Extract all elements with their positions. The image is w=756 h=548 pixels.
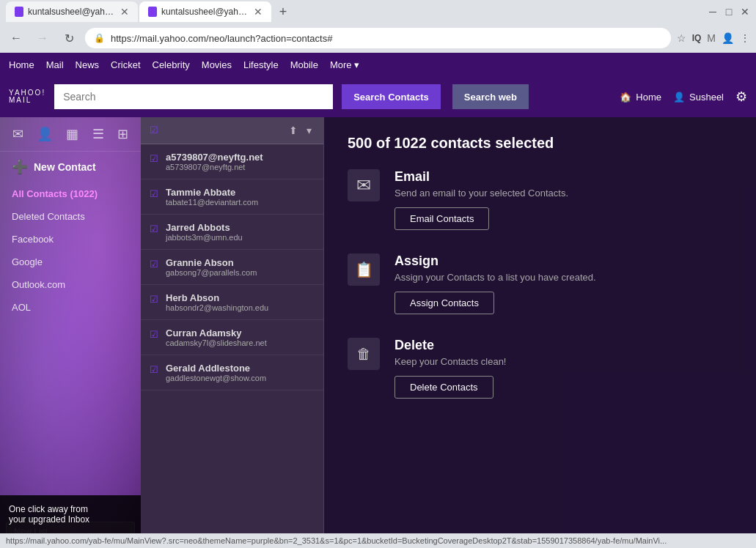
sidebar-item-google[interactable]: Google xyxy=(0,251,141,273)
upgrade-line2: your upgraded Inbox xyxy=(9,514,132,525)
contact-email: a5739807@neyftg.net xyxy=(166,163,315,171)
nav-cricket[interactable]: Cricket xyxy=(111,59,140,70)
contact-item[interactable]: ☑ a5739807@neyftg.net a5739807@neyftg.ne… xyxy=(141,144,323,179)
contact-name: Grannie Abson xyxy=(166,257,315,268)
search-input[interactable] xyxy=(63,91,324,103)
contact-list: ☑ ⬆ ▾ ☑ a5739807@neyftg.net a5739807@ney… xyxy=(141,117,324,548)
assign-contacts-button[interactable]: Assign Contacts xyxy=(394,292,494,314)
action-panel: 500 of 1022 contacts selected ✉ Email Se… xyxy=(324,117,756,548)
email-action-desc: Send an email to your selected Contacts. xyxy=(394,188,733,199)
contact-checkbox[interactable]: ☑ xyxy=(150,223,158,234)
contact-name: Jarred Abbots xyxy=(166,222,315,233)
user-icon: 👤 xyxy=(673,92,685,103)
tab-1-close[interactable]: ✕ xyxy=(120,6,129,18)
browser-chrome: kuntalsusheel@yahoo.com - Yah... ✕ kunta… xyxy=(0,0,756,53)
contact-checkbox[interactable]: ☑ xyxy=(150,259,158,270)
contact-email: cadamsky7l@slideshare.net xyxy=(166,338,315,347)
sidebar-calendar-icon[interactable]: ▦ xyxy=(63,123,81,145)
window-controls: ─ □ ✕ xyxy=(708,7,750,17)
contact-checkbox[interactable]: ☑ xyxy=(150,294,158,305)
nav-mail[interactable]: Mail xyxy=(46,59,64,70)
email-section: ✉ Email Send an email to your selected C… xyxy=(348,169,733,230)
delete-action-title: Delete xyxy=(394,338,733,353)
contact-item[interactable]: ☑ Grannie Abson gabsong7@parallels.com xyxy=(141,250,323,285)
contact-name: Herb Abson xyxy=(166,292,315,303)
back-button[interactable]: ← xyxy=(6,28,26,48)
contact-checkbox[interactable]: ☑ xyxy=(150,329,158,340)
tab-2-title: kuntalsusheel@yahoo.com - Yah... xyxy=(161,7,249,17)
sort-button[interactable]: ⬆ xyxy=(286,123,301,138)
contact-item[interactable]: ☑ Curran Adamsky cadamsky7l@slideshare.n… xyxy=(141,320,323,355)
profile-button[interactable]: 👤 xyxy=(722,32,734,44)
contact-checkbox[interactable]: ☑ xyxy=(150,188,158,199)
sidebar-apps-icon[interactable]: ⊞ xyxy=(114,123,131,145)
select-all-checkbox[interactable]: ☑ xyxy=(150,125,161,136)
tab-2[interactable]: kuntalsusheel@yahoo.com - Yah... ✕ xyxy=(139,1,271,22)
mail-check-button[interactable]: M xyxy=(707,32,716,44)
user-label: Susheel xyxy=(689,92,724,103)
address-actions: ☆ IQ M 👤 ⋮ xyxy=(677,32,750,44)
contact-checkbox[interactable]: ☑ xyxy=(150,153,158,164)
sidebar-item-aol[interactable]: AOL xyxy=(0,296,141,319)
search-contacts-button[interactable]: Search Contacts xyxy=(342,84,441,109)
new-contact-button[interactable]: ➕ New Contact xyxy=(0,152,141,182)
menu-button[interactable]: ⋮ xyxy=(740,32,750,44)
tab-1[interactable]: kuntalsusheel@yahoo.com - Yah... ✕ xyxy=(6,1,138,22)
search-web-button[interactable]: Search web xyxy=(452,84,529,109)
sidebar-item-outlook[interactable]: Outlook.com xyxy=(0,273,141,296)
contact-item[interactable]: ☑ Tammie Abbate tabate11@deviantart.com xyxy=(141,179,323,215)
contact-email: gabsong7@parallels.com xyxy=(166,268,315,277)
close-window-button[interactable]: ✕ xyxy=(740,7,750,17)
sidebar-item-all-contacts[interactable]: All Contacts (1022) xyxy=(0,182,141,205)
contact-item[interactable]: ☑ Herb Abson habsondr2@washington.edu xyxy=(141,285,323,320)
nav-movies[interactable]: Movies xyxy=(202,59,232,70)
sidebar-nav: All Contacts (1022) Deleted Contacts Fac… xyxy=(0,182,141,516)
reload-button[interactable]: ↻ xyxy=(59,28,79,48)
lock-icon: 🔒 xyxy=(94,33,105,43)
tab-1-title: kuntalsusheel@yahoo.com - Yah... xyxy=(28,7,116,17)
sidebar-item-deleted-contacts[interactable]: Deleted Contacts xyxy=(0,205,141,228)
contact-name: Gerald Addlestone xyxy=(166,363,315,374)
nav-celebrity[interactable]: Celebrity xyxy=(153,59,190,70)
forward-button[interactable]: → xyxy=(32,28,53,48)
minimize-button[interactable]: ─ xyxy=(708,7,718,17)
contact-list-controls: ⬆ ▾ xyxy=(286,123,315,138)
sidebar-notepad-icon[interactable]: ☰ xyxy=(89,123,107,145)
new-tab-button[interactable]: + xyxy=(273,1,293,22)
upgrade-box: One click away from your upgraded Inbox xyxy=(0,495,141,533)
filter-button[interactable]: ▾ xyxy=(304,123,315,138)
email-contacts-button[interactable]: Email Contacts xyxy=(394,207,489,230)
delete-contacts-button[interactable]: Delete Contacts xyxy=(394,376,493,399)
delete-action-desc: Keep your Contacts clean! xyxy=(394,356,733,367)
sidebar-mail-icon[interactable]: ✉ xyxy=(10,123,26,145)
nav-lifestyle[interactable]: Lifestyle xyxy=(243,59,279,70)
maximize-button[interactable]: □ xyxy=(724,7,734,17)
address-bar[interactable]: 🔒 https://mail.yahoo.com/neo/launch?acti… xyxy=(85,28,671,48)
contact-item-info: Gerald Addlestone gaddlestonewgt@show.co… xyxy=(166,363,315,382)
nav-news[interactable]: News xyxy=(76,59,100,70)
contact-name: Curran Adamsky xyxy=(166,327,315,338)
sidebar-toolbar: ✉ 👤 ▦ ☰ ⊞ xyxy=(0,117,141,152)
nav-mobile[interactable]: Mobile xyxy=(290,59,318,70)
settings-icon[interactable]: ⚙ xyxy=(735,89,747,105)
contact-item[interactable]: ☑ Gerald Addlestone gaddlestonewgt@show.… xyxy=(141,355,323,390)
sidebar-item-facebook[interactable]: Facebook xyxy=(0,228,141,251)
contact-item-info: Grannie Abson gabsong7@parallels.com xyxy=(166,257,315,277)
yahoo-logo: YAHOO! MAIL xyxy=(9,89,45,104)
nav-more[interactable]: More ▾ xyxy=(330,59,359,70)
yahoo-nav: Home Mail News Cricket Celebrity Movies … xyxy=(0,53,756,76)
header-user-menu[interactable]: 👤 Susheel xyxy=(673,92,724,103)
contact-checkbox[interactable]: ☑ xyxy=(150,364,158,375)
new-contact-icon: ➕ xyxy=(12,159,28,175)
bookmark-button[interactable]: ☆ xyxy=(677,32,686,44)
tab-2-close[interactable]: ✕ xyxy=(254,6,263,18)
contact-item-info: Tammie Abbate tabate11@deviantart.com xyxy=(166,187,315,207)
header-home-link[interactable]: 🏠 Home xyxy=(620,92,661,103)
status-bar: https://mail.yahoo.com/yab-fe/mu/MainVie… xyxy=(0,533,756,548)
sidebar-contacts-icon[interactable]: 👤 xyxy=(34,123,56,145)
iq-button[interactable]: IQ xyxy=(692,33,702,43)
contact-item[interactable]: ☑ Jarred Abbots jabbots3m@umn.edu xyxy=(141,215,323,250)
status-text: https://mail.yahoo.com/yab-fe/mu/MainVie… xyxy=(6,536,667,545)
upgrade-line1: One click away from xyxy=(9,504,132,514)
nav-home[interactable]: Home xyxy=(9,59,34,70)
